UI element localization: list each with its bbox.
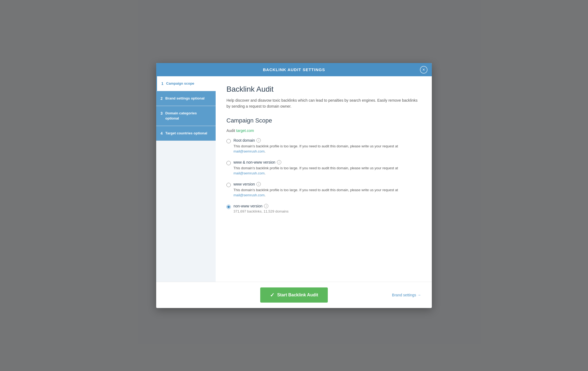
modal-title: BACKLINK AUDIT SETTINGS xyxy=(263,67,325,72)
radio-root-domain-desc: This domain's backlink profile is too la… xyxy=(233,144,421,154)
radio-www-nonwww-desc: This domain's backlink profile is too la… xyxy=(233,165,421,176)
radio-www-version[interactable] xyxy=(226,183,231,187)
modal-body: 1 Campaign scope 2 Brand settings option… xyxy=(156,76,432,282)
sidebar-item-num-2: 2 xyxy=(161,96,163,101)
radio-root-domain-label: Root domain i xyxy=(233,138,421,143)
content-description: Help discover and disavow toxic backlink… xyxy=(226,97,421,110)
check-icon: ✓ xyxy=(270,292,275,298)
audit-prefix: Audit xyxy=(226,128,235,133)
sidebar-item-num-3: 3 xyxy=(161,111,163,115)
radio-www-version-content: www version i This domain's backlink pro… xyxy=(233,182,421,198)
modal-overlay: BACKLINK AUDIT SETTINGS × 1 Campaign sco… xyxy=(0,0,588,371)
sidebar-item-label-3: Domain categories optional xyxy=(165,111,211,121)
brand-settings-link[interactable]: Brand settings → xyxy=(392,293,421,297)
radio-option-www-nonwww: www & non-www version i This domain's ba… xyxy=(226,160,421,176)
brand-settings-label: Brand settings → xyxy=(392,293,421,297)
audit-label: Audit target.com xyxy=(226,128,421,133)
section-title: Campaign Scope xyxy=(226,117,421,124)
page-title: Backlink Audit xyxy=(226,85,421,94)
start-btn-label: Start Backlink Audit xyxy=(277,293,318,297)
main-content: Backlink Audit Help discover and disavow… xyxy=(216,76,432,282)
sidebar-item-campaign-scope[interactable]: 1 Campaign scope xyxy=(156,76,216,91)
radio-www-version-label: www version i xyxy=(233,182,421,186)
close-button[interactable]: × xyxy=(420,66,427,74)
sidebar-item-brand-settings[interactable]: 2 Brand settings optional xyxy=(156,91,216,106)
sidebar-item-label-4: Target countries optional xyxy=(165,131,207,136)
radio-non-www-label: non-www version i xyxy=(233,204,421,208)
sidebar-item-domain-categories[interactable]: 3 Domain categories optional xyxy=(156,106,216,126)
settings-sidebar: 1 Campaign scope 2 Brand settings option… xyxy=(156,76,216,282)
radio-www-nonwww-content: www & non-www version i This domain's ba… xyxy=(233,160,421,176)
radio-option-non-www: non-www version i 371,697 backlinks, 11,… xyxy=(226,204,421,213)
backlink-audit-modal: BACKLINK AUDIT SETTINGS × 1 Campaign sco… xyxy=(156,63,432,308)
email-link-www[interactable]: mail@semrush.com xyxy=(233,193,265,197)
radio-root-domain[interactable] xyxy=(226,139,231,143)
radio-root-domain-content: Root domain i This domain's backlink pro… xyxy=(233,138,421,154)
info-icon-non-www: i xyxy=(264,204,268,208)
radio-www-nonwww[interactable] xyxy=(226,161,231,165)
email-link-www-nonwww[interactable]: mail@semrush.com xyxy=(233,171,265,175)
radio-non-www[interactable] xyxy=(226,205,231,209)
sidebar-item-num-4: 4 xyxy=(161,131,163,135)
sidebar-item-num-1: 1 xyxy=(161,81,163,86)
info-icon-www: i xyxy=(256,182,261,186)
sidebar-item-label-1: Campaign scope xyxy=(166,81,194,86)
radio-non-www-content: non-www version i 371,697 backlinks, 11,… xyxy=(233,204,421,213)
info-icon-root: i xyxy=(256,138,261,143)
sidebar-item-target-countries[interactable]: 4 Target countries optional xyxy=(156,126,216,141)
audit-domain: target.com xyxy=(236,128,254,133)
radio-non-www-sub: 371,697 backlinks, 11,529 domains xyxy=(233,209,421,213)
radio-www-version-desc: This domain's backlink profile is too la… xyxy=(233,187,421,198)
modal-footer: ✓ Start Backlink Audit Brand settings → xyxy=(156,282,432,308)
radio-option-www-version: www version i This domain's backlink pro… xyxy=(226,182,421,198)
modal-header: BACKLINK AUDIT SETTINGS × xyxy=(156,63,432,76)
email-link-root[interactable]: mail@semrush.com xyxy=(233,149,265,153)
info-icon-www-nonwww: i xyxy=(277,160,281,164)
radio-www-nonwww-label: www & non-www version i xyxy=(233,160,421,164)
sidebar-item-label-2: Brand settings optional xyxy=(165,96,205,101)
radio-option-root-domain: Root domain i This domain's backlink pro… xyxy=(226,138,421,154)
start-audit-button[interactable]: ✓ Start Backlink Audit xyxy=(260,287,328,303)
